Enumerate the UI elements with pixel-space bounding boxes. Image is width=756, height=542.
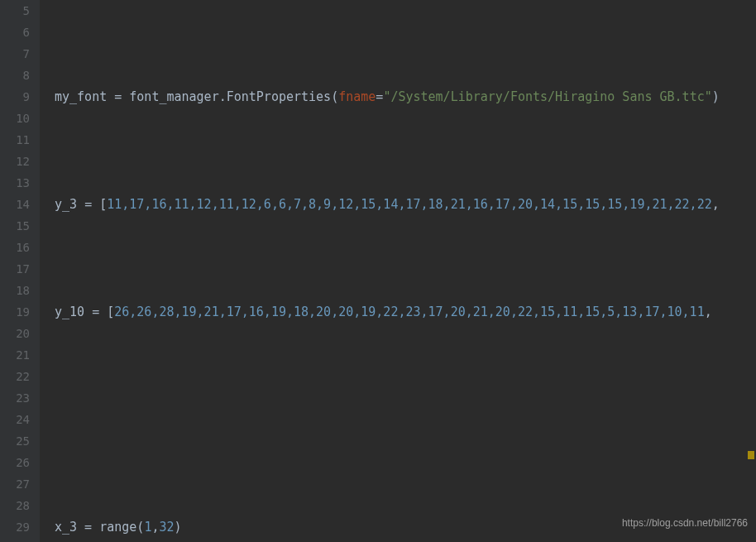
line-number: 28 bbox=[0, 495, 30, 516]
identifier: my_font bbox=[55, 86, 107, 108]
line-number: 5 bbox=[0, 0, 30, 22]
line-number: 13 bbox=[0, 172, 30, 194]
line-number: 6 bbox=[0, 22, 30, 43]
code-editor[interactable]: 5678910111213141516171819202122232425262… bbox=[0, 0, 756, 542]
code-line[interactable]: y_10 = [26,26,28,19,21,17,16,19,18,20,20… bbox=[55, 301, 756, 323]
line-number: 17 bbox=[0, 258, 30, 280]
line-number: 8 bbox=[0, 65, 30, 86]
line-number: 14 bbox=[0, 194, 30, 215]
line-number: 21 bbox=[0, 344, 30, 366]
line-number: 19 bbox=[0, 301, 30, 323]
line-number: 26 bbox=[0, 452, 30, 473]
line-number: 7 bbox=[0, 43, 30, 65]
line-number: 18 bbox=[0, 280, 30, 301]
line-number: 25 bbox=[0, 430, 30, 452]
line-number: 11 bbox=[0, 129, 30, 151]
line-number: 10 bbox=[0, 108, 30, 129]
code-line[interactable] bbox=[55, 409, 756, 430]
line-number: 15 bbox=[0, 215, 30, 237]
line-number: 20 bbox=[0, 323, 30, 344]
line-number-gutter: 5678910111213141516171819202122232425262… bbox=[0, 0, 40, 542]
line-number: 23 bbox=[0, 387, 30, 409]
code-line[interactable]: y_3 = [11,17,16,11,12,11,12,6,6,7,8,9,12… bbox=[55, 194, 756, 215]
line-number: 16 bbox=[0, 237, 30, 258]
code-line[interactable]: my_font = font_manager.FontProperties(fn… bbox=[55, 86, 756, 108]
line-number: 29 bbox=[0, 516, 30, 538]
watermark-text: https://blog.csdn.net/bill2766 bbox=[622, 512, 748, 534]
line-number: 9 bbox=[0, 86, 30, 108]
line-number: 27 bbox=[0, 473, 30, 495]
scrollbar-marker[interactable] bbox=[748, 451, 754, 459]
line-number: 22 bbox=[0, 366, 30, 387]
line-number: 12 bbox=[0, 151, 30, 172]
code-area[interactable]: my_font = font_manager.FontProperties(fn… bbox=[40, 0, 756, 542]
line-number: 24 bbox=[0, 409, 30, 430]
